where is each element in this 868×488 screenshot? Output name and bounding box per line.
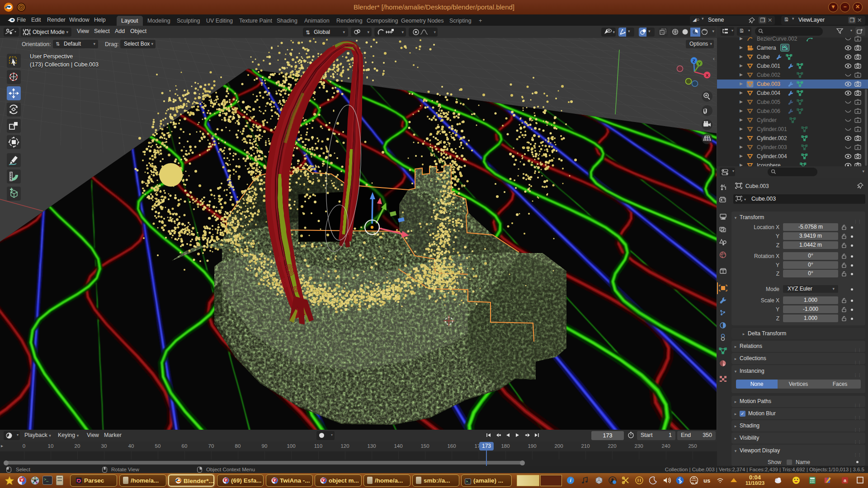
svg-text:us: us xyxy=(703,477,710,484)
svg-text:a: a xyxy=(844,478,847,483)
